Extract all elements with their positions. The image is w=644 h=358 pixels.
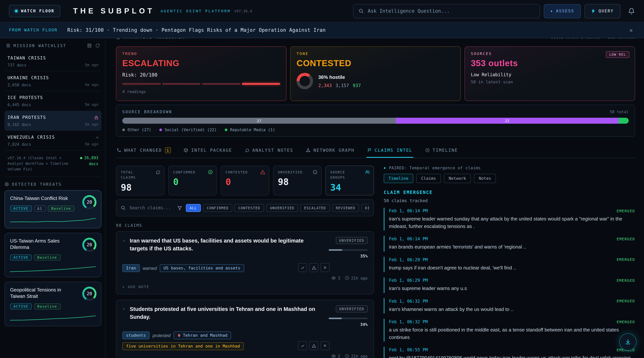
- sidebar: MISSION WATCHLIST TAIWAN CRISIS 737 docs…: [0, 38, 106, 358]
- timeline-event[interactable]: Feb 1, 06:14 PMEMERGED iran's supreme le…: [384, 208, 635, 231]
- confirm-button[interactable]: [298, 341, 307, 350]
- close-icon[interactable]: ✕: [96, 135, 98, 139]
- watch-floor-button[interactable]: WATCH FLOOR: [9, 5, 60, 17]
- trend-label: TREND: [122, 51, 280, 56]
- sidebar-item-taiwan-crisis[interactable]: TAIWAN CRISIS 737 docs5m ago: [4, 51, 101, 71]
- threat-score-gauge: 20: [82, 238, 96, 252]
- sources-label: SOURCES: [471, 51, 629, 56]
- filter-icon[interactable]: [177, 205, 182, 210]
- app-subtitle-group: AGENTIC OSINT PLATFORM v57.16.4: [161, 9, 252, 13]
- search-icon: [359, 8, 364, 14]
- threat-card-taiwan-strait[interactable]: Geopolitical Tensions in Taiwan Strait 2…: [4, 282, 101, 326]
- tone-donut: [296, 73, 313, 89]
- query-button[interactable]: QUERY: [585, 4, 620, 18]
- status-badge: UNVERIFIED: [336, 237, 368, 244]
- check-circle-icon: [208, 170, 213, 175]
- tab-analyst-notes[interactable]: ANALYST NOTES: [244, 146, 294, 158]
- timeline-event[interactable]: Feb 1, 06:55 PMEMERGED post by @18779049…: [384, 347, 635, 358]
- timeline-event[interactable]: Feb 1, 06:32 PMEMERGED iran's khamenei w…: [384, 298, 635, 314]
- app-stage: WATCH FLOOR THE SUBPLOT AGENTIC OSINT PL…: [0, 0, 644, 358]
- tab-what-changed[interactable]: WHAT CHANGED 1: [116, 146, 172, 158]
- threat-card-us-taiwan-arms[interactable]: US-Taiwan Arms Sales Dilemma 20 ACTIVE B…: [4, 233, 101, 277]
- threat-card-china-taiwan[interactable]: China-Taiwan Conflict Risk 20 ACTIVE Δ1 …: [4, 190, 101, 228]
- dismiss-button[interactable]: [320, 263, 330, 272]
- filter-confirmed[interactable]: CONFIRMED: [203, 204, 232, 212]
- sidebar-item-ice-protests[interactable]: ICE PROTESTS 6,445 docs5m ago: [4, 91, 101, 111]
- chat-bubble-icon: [245, 148, 249, 152]
- tab-timeline[interactable]: TIMELINE: [424, 146, 458, 158]
- refresh-icon[interactable]: [95, 43, 100, 48]
- legend-dot: [225, 128, 228, 131]
- contest-button[interactable]: [309, 263, 318, 272]
- dismiss-button[interactable]: [320, 341, 330, 350]
- contest-button[interactable]: [309, 341, 318, 350]
- filter-unverified[interactable]: UNVERIFIED: [266, 204, 298, 212]
- sidebar-item-venezuela-crisis[interactable]: VENEZUELA CRISIS ✕ 7,824 docs5m ago: [4, 131, 101, 151]
- assess-button[interactable]: ◆ ASSESS: [544, 4, 581, 18]
- timeline-event[interactable]: Feb 1, 06:29 PMEMERGED iran's supreme le…: [384, 277, 635, 293]
- lock-icon: [94, 115, 98, 119]
- claim-object-chip[interactable]: US bases, facilities and assets: [160, 264, 244, 272]
- timeline-event[interactable]: Feb 1, 06:14 PMEMERGED iran brands europ…: [384, 236, 635, 251]
- filter-escalated[interactable]: ESCALATED: [300, 204, 330, 212]
- confirm-button[interactable]: [298, 263, 307, 272]
- claim-emergence-title: CLAIM EMERGENCE: [384, 190, 635, 195]
- save-icon[interactable]: [87, 43, 92, 48]
- global-search-input[interactable]: [368, 8, 534, 14]
- mission-age: 5m ago: [85, 83, 98, 87]
- list-icon: [6, 43, 10, 48]
- clock-icon: [345, 276, 349, 280]
- bell-icon[interactable]: [628, 7, 635, 14]
- info-circle-icon: [313, 170, 318, 175]
- confidence-label: 35%: [360, 254, 368, 259]
- filter-reviewed[interactable]: REVIEWED: [332, 204, 359, 212]
- app-version: v57.16.4: [234, 9, 252, 13]
- clock-icon: [345, 354, 349, 358]
- timeline-event[interactable]: Feb 1, 06:29 PMEMERGED trump says if ira…: [384, 257, 635, 272]
- filter-disputed[interactable]: DIS: [361, 204, 369, 212]
- chevron-right-icon[interactable]: ›: [122, 238, 125, 259]
- claim-subject-chip[interactable]: Iran: [122, 264, 140, 272]
- search-icon: [121, 205, 126, 210]
- download-button[interactable]: [619, 333, 636, 351]
- top-header: WATCH FLOOR THE SUBPLOT AGENTIC OSINT PL…: [0, 0, 644, 22]
- banner-close-icon[interactable]: ✕: [627, 25, 635, 35]
- panel-tab-claims[interactable]: Claims: [416, 174, 441, 183]
- status-badge: UNVERIFIED: [336, 305, 368, 313]
- sidebar-item-iran-protests[interactable]: IRAN PROTESTS 8,162 docs5m ago: [4, 111, 101, 131]
- timeline-event[interactable]: Feb 1, 06:32 PMEMERGED a us strike force…: [384, 319, 635, 342]
- sources-card: SOURCES LOW REL 353 outlets Low Reliabil…: [464, 46, 635, 101]
- threat-sparkline: [10, 215, 96, 223]
- trend-value: ESCALATING: [122, 58, 280, 68]
- mission-docs: 8,162 docs: [8, 122, 31, 127]
- tone-label: TONE: [296, 51, 454, 56]
- threat-score: 20: [87, 291, 92, 296]
- narrative-assessment-title: NARRATIVE ASSESSMENT: [124, 38, 188, 40]
- global-search[interactable]: [353, 4, 540, 18]
- tab-claims-intel[interactable]: CLAIMS INTEL: [366, 146, 413, 158]
- panel-tab-notes[interactable]: Notes: [474, 174, 496, 183]
- tab-intel-package[interactable]: INTEL PACKAGE: [183, 146, 233, 158]
- claim-views: 3: [338, 276, 340, 280]
- claim-subject-chip[interactable]: students: [122, 332, 150, 339]
- tab-network-graph[interactable]: NETWORK GRAPH: [305, 146, 355, 158]
- panel-tab-network[interactable]: Network: [444, 174, 471, 183]
- claim-title: Students protested at five universities …: [130, 305, 320, 327]
- claims-search-input[interactable]: [130, 205, 174, 210]
- sidebar-item-ukraine-crisis[interactable]: UKRAINE CRISIS 2,650 docs5m ago: [4, 71, 101, 91]
- add-note-button[interactable]: + ADD NOTE: [122, 285, 368, 289]
- sources-latest-scan: 50 in latest scan: [471, 80, 629, 84]
- claim-location-chip[interactable]: Tehran and Mashhad: [174, 332, 231, 339]
- segment-reputable-media: 1: [618, 118, 629, 124]
- claim-detail-chip[interactable]: five universities in Tehran and one in M…: [122, 342, 244, 350]
- eye-icon: [332, 354, 336, 358]
- filter-contested[interactable]: CONTESTED: [235, 204, 264, 212]
- chevron-right-icon[interactable]: ›: [122, 306, 125, 327]
- threat-score: 20: [87, 200, 92, 205]
- filter-all[interactable]: ALL: [186, 204, 201, 212]
- claims-filter-pills: ALL CONFIRMED CONTESTED UNVERIFIED ESCAL…: [186, 204, 369, 212]
- panel-tab-timeline[interactable]: Timeline: [384, 174, 413, 183]
- version-note: v57.16.4 (Claims Intel + Analyst Workflo…: [8, 155, 70, 172]
- package-icon: [184, 148, 188, 152]
- source-breakdown-total: 50 total: [610, 109, 629, 114]
